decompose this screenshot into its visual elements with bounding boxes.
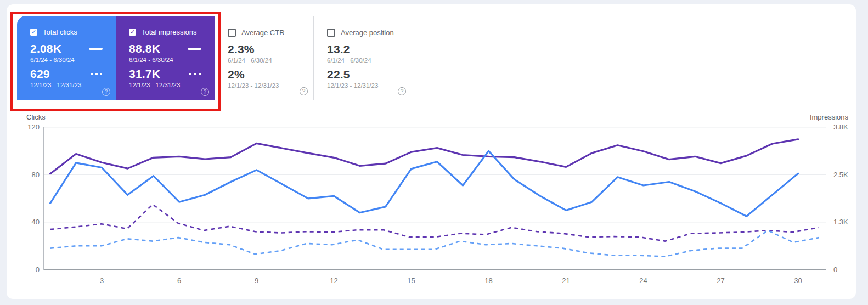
average-ctr-checkbox[interactable] <box>228 29 236 37</box>
previous-value: 22.5 <box>327 68 350 81</box>
scorecard-label: Total impressions <box>142 28 196 36</box>
x-tick: 27 <box>709 276 733 285</box>
right-axis-title: Impressions <box>768 113 848 121</box>
help-icon[interactable]: ? <box>102 88 110 96</box>
previous-range: 12/1/23 - 12/31/23 <box>30 82 103 88</box>
x-tick: 30 <box>786 276 810 285</box>
left-tick: 80 <box>0 171 40 179</box>
left-tick: 0 <box>0 266 40 274</box>
previous-range: 12/1/23 - 12/31/23 <box>129 82 201 88</box>
series-line-dashed-right <box>50 205 819 241</box>
scorecard-label: Average CTR <box>241 29 285 37</box>
current-value: 13.2 <box>327 43 350 56</box>
current-value: 88.8K <box>129 42 160 55</box>
x-tick: 12 <box>322 276 346 285</box>
current-range: 6/1/24 - 6/30/24 <box>228 57 300 64</box>
x-tick: 24 <box>632 276 656 285</box>
current-range: 6/1/24 - 6/30/24 <box>129 57 201 63</box>
scorecard-average-ctr[interactable]: Average CTR 2.3% 6/1/24 - 6/30/24 2% 12/… <box>215 16 313 100</box>
right-tick: 3.8K <box>833 123 848 131</box>
series-line-dashed-left <box>50 230 819 257</box>
left-tick: 40 <box>0 218 40 226</box>
x-tick: 6 <box>167 276 191 285</box>
series-line-solid-left <box>50 151 798 216</box>
scorecards-row: ✓ Total clicks 2.08K 6/1/24 - 6/30/24 62… <box>17 16 412 100</box>
x-tick: 21 <box>554 276 578 285</box>
previous-value: 31.7K <box>129 67 160 81</box>
previous-value: 2% <box>228 68 245 81</box>
x-tick: 9 <box>245 276 269 285</box>
scorecard-total-clicks[interactable]: ✓ Total clicks 2.08K 6/1/24 - 6/30/24 62… <box>17 16 116 100</box>
help-icon[interactable]: ? <box>201 88 209 96</box>
x-tick: 3 <box>90 276 114 285</box>
help-icon[interactable]: ? <box>398 87 406 95</box>
current-range: 6/1/24 - 6/30/24 <box>30 57 103 63</box>
check-icon: ✓ <box>130 29 135 35</box>
solid-line-icon <box>188 48 201 50</box>
previous-value: 629 <box>30 67 50 81</box>
scorecard-average-position[interactable]: Average position 13.2 6/1/24 - 6/30/24 2… <box>313 16 412 100</box>
right-tick: 0 <box>833 266 837 274</box>
previous-range: 12/1/23 - 12/31/23 <box>228 82 300 89</box>
total-clicks-checkbox[interactable]: ✓ <box>30 29 37 36</box>
series-line-solid-right <box>50 139 798 174</box>
scorecard-total-impressions[interactable]: ✓ Total impressions 88.8K 6/1/24 - 6/30/… <box>116 16 215 100</box>
dashed-line-icon <box>189 73 201 75</box>
dashed-line-icon <box>91 73 103 75</box>
left-axis-title: Clicks <box>26 113 46 121</box>
right-tick: 2.5K <box>833 171 848 179</box>
solid-line-icon <box>89 48 103 50</box>
scorecard-label: Total clicks <box>43 28 77 36</box>
right-tick: 1.3K <box>833 218 848 226</box>
current-range: 6/1/24 - 6/30/24 <box>327 57 398 64</box>
x-tick: 15 <box>399 276 424 285</box>
scorecard-label: Average position <box>341 29 394 37</box>
help-icon[interactable]: ? <box>300 87 308 95</box>
total-impressions-checkbox[interactable]: ✓ <box>129 29 136 36</box>
current-value: 2.08K <box>30 42 61 55</box>
average-position-checkbox[interactable] <box>327 29 335 37</box>
previous-range: 12/1/23 - 12/31/23 <box>327 82 398 89</box>
x-tick: 18 <box>477 276 501 285</box>
check-icon: ✓ <box>31 29 36 35</box>
left-tick: 120 <box>0 123 40 131</box>
current-value: 2.3% <box>228 43 255 56</box>
